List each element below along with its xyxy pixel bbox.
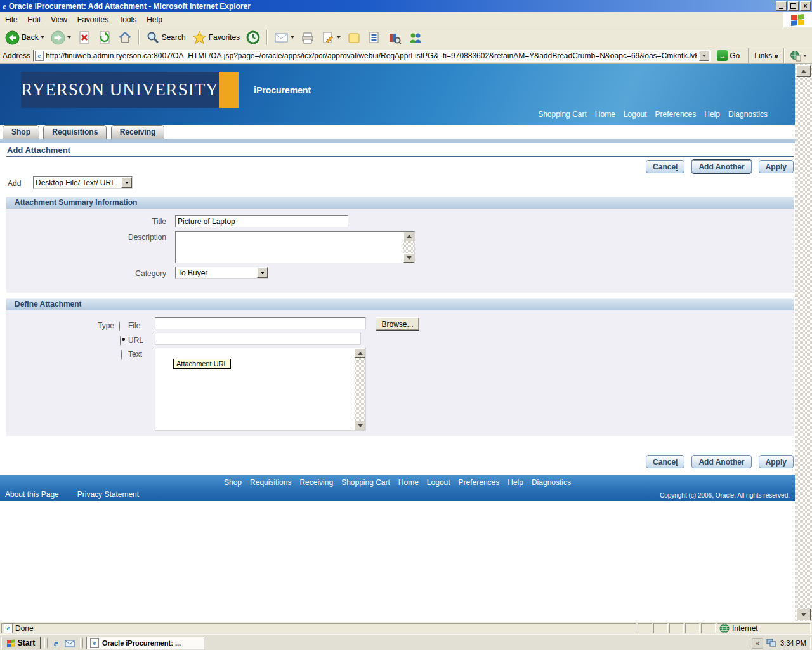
history-button[interactable] <box>244 29 263 46</box>
title-input[interactable] <box>175 215 348 227</box>
restore-button[interactable] <box>788 1 799 11</box>
minimize-button[interactable] <box>776 1 787 11</box>
file-radio[interactable] <box>119 321 120 331</box>
edit-dropdown-icon[interactable] <box>337 36 341 39</box>
menu-file[interactable]: File <box>0 13 22 26</box>
start-button[interactable]: Start <box>1 637 41 649</box>
footer-nav-home[interactable]: Home <box>398 478 419 487</box>
address-input-box[interactable]: e <box>33 50 711 62</box>
mail-dropdown-icon[interactable] <box>291 36 294 39</box>
refresh-button[interactable] <box>95 29 114 46</box>
text-scrollbar[interactable] <box>355 348 365 430</box>
menu-favorites[interactable]: Favorites <box>72 13 114 26</box>
apply-button-bottom[interactable]: Apply <box>759 455 794 468</box>
nav-home[interactable]: Home <box>595 110 615 119</box>
close-button[interactable]: × <box>800 1 811 11</box>
apply-button[interactable]: Apply <box>759 160 794 173</box>
scroll-down-button[interactable] <box>403 253 414 263</box>
tab-requisitions[interactable]: Requisitions <box>43 125 107 139</box>
tab-shop[interactable]: Shop <box>3 125 39 139</box>
scroll-down-button[interactable] <box>355 421 365 430</box>
back-icon <box>5 30 20 45</box>
footer-nav-shop[interactable]: Shop <box>224 478 242 487</box>
define-section: Define Attachment Type File Browse... UR… <box>6 298 794 436</box>
privacy-statement-link[interactable]: Privacy Statement <box>77 490 139 499</box>
add-another-button[interactable]: Add Another <box>691 160 751 173</box>
research-button[interactable] <box>385 30 404 46</box>
file-radio-label: File <box>128 321 140 330</box>
nav-shopping-cart[interactable]: Shopping Cart <box>538 110 587 119</box>
tray-chevron-button[interactable]: « <box>752 638 763 649</box>
menu-tools[interactable]: Tools <box>114 13 141 26</box>
mail-button[interactable] <box>272 30 297 45</box>
print-button[interactable] <box>298 30 317 46</box>
category-select[interactable]: To Buyer <box>175 267 268 279</box>
page-title: Add Attachment <box>7 145 70 155</box>
scroll-up-button[interactable] <box>403 232 414 241</box>
edit-button[interactable] <box>318 30 343 46</box>
messenger-button[interactable] <box>405 30 426 46</box>
toolbar-separator <box>783 48 785 63</box>
text-textarea[interactable]: Attachment URL <box>155 348 366 431</box>
quick-launch-outlook-icon[interactable] <box>64 638 75 649</box>
quick-launch-ie-icon[interactable]: e <box>50 638 62 649</box>
go-button[interactable]: → Go <box>714 50 743 62</box>
nav-diagnostics[interactable]: Diagnostics <box>728 110 768 119</box>
footer-nav-logout[interactable]: Logout <box>427 478 450 487</box>
stop-button[interactable] <box>75 29 94 46</box>
forward-button[interactable] <box>48 29 74 46</box>
menu-view[interactable]: View <box>46 13 72 26</box>
footer-nav-receiving[interactable]: Receiving <box>299 478 333 487</box>
add-type-dropdown-button[interactable] <box>121 177 132 188</box>
file-input[interactable] <box>155 317 366 329</box>
nav-preferences[interactable]: Preferences <box>655 110 697 119</box>
cancel-button-bottom[interactable]: Cancel <box>646 455 684 468</box>
add-type-select[interactable]: Desktop File/ Text/ URL <box>33 176 133 189</box>
cancel-button[interactable]: Cancel <box>646 160 684 173</box>
search-button[interactable]: Search <box>143 29 188 46</box>
nav-help[interactable]: Help <box>704 110 720 119</box>
scrollbar-up-button[interactable] <box>796 65 811 77</box>
address-dropdown-button[interactable] <box>699 50 709 61</box>
scroll-up-button[interactable] <box>355 348 365 358</box>
vertical-scrollbar[interactable] <box>795 64 812 621</box>
description-scrollbar[interactable] <box>403 232 414 263</box>
menu-edit[interactable]: Edit <box>22 13 46 26</box>
footer-nav-preferences[interactable]: Preferences <box>459 478 500 487</box>
stop-icon <box>77 30 91 44</box>
footer-nav-diagnostics[interactable]: Diagnostics <box>532 478 571 487</box>
forward-dropdown-icon[interactable] <box>67 36 71 39</box>
category-dropdown-button[interactable] <box>257 267 268 278</box>
footer-nav-help[interactable]: Help <box>508 478 523 487</box>
security-zone-text: Internet <box>732 624 758 633</box>
scrollbar-down-button[interactable] <box>796 609 811 620</box>
about-this-page-link[interactable]: About this Page <box>5 490 59 499</box>
description-textarea[interactable] <box>175 231 415 263</box>
favorites-button[interactable]: Favorites <box>190 29 242 46</box>
text-radio[interactable] <box>121 350 122 360</box>
print-icon <box>301 31 315 44</box>
network-tray-icon[interactable] <box>766 639 777 647</box>
footer-nav-requisitions[interactable]: Requisitions <box>250 478 291 487</box>
footer-nav-shopping-cart[interactable]: Shopping Cart <box>341 478 390 487</box>
url-radio[interactable] <box>120 336 121 346</box>
tray-clock[interactable]: 3:34 PM <box>780 639 806 647</box>
back-dropdown-icon[interactable] <box>41 36 44 39</box>
edit-with-word-button[interactable] <box>365 30 384 46</box>
links-button[interactable]: Links » <box>754 51 778 60</box>
back-button[interactable]: Back <box>3 29 47 46</box>
home-button[interactable] <box>115 29 134 46</box>
taskbar-task-oracle[interactable]: e Oracle iProcurement: ... <box>86 637 204 649</box>
browse-button[interactable]: Browse... <box>376 317 419 331</box>
url-input[interactable] <box>155 333 361 345</box>
add-another-button-bottom[interactable]: Add Another <box>691 455 751 468</box>
address-input[interactable] <box>46 51 697 60</box>
norton-button[interactable] <box>790 50 809 62</box>
links-dropdown-icon[interactable] <box>803 55 807 57</box>
menu-help[interactable]: Help <box>141 13 167 26</box>
tab-receiving[interactable]: Receiving <box>111 125 165 139</box>
browser-viewport: RYERSON UNIVERSITY iProcurement Shopping… <box>0 64 812 621</box>
page-icon: e <box>35 51 44 61</box>
nav-logout[interactable]: Logout <box>624 110 647 119</box>
discuss-button[interactable] <box>344 30 363 46</box>
